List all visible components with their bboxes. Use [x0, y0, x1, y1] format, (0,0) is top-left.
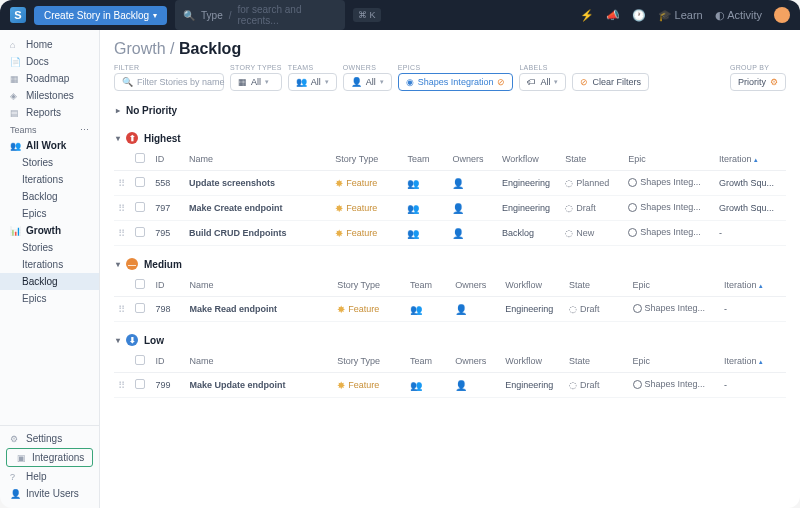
- sidebar-item-settings[interactable]: ⚙Settings: [0, 430, 99, 447]
- cell-epic[interactable]: Shapes Integ...: [628, 227, 701, 237]
- col-workflow[interactable]: Workflow: [501, 350, 565, 373]
- col-state[interactable]: State: [565, 274, 629, 297]
- sidebar-item-milestones[interactable]: ◈Milestones: [0, 87, 99, 104]
- col-team[interactable]: Team: [406, 274, 451, 297]
- col-name[interactable]: Name: [185, 148, 331, 171]
- group-header[interactable]: ▾⬇Low: [114, 330, 786, 350]
- select-all-checkbox[interactable]: [135, 355, 145, 365]
- cell-epic[interactable]: Shapes Integ...: [628, 177, 701, 187]
- select-all-checkbox[interactable]: [135, 153, 145, 163]
- sidebar-item-epics[interactable]: Epics: [0, 205, 99, 222]
- table-row[interactable]: ⠿ 795 Build CRUD Endpoints ✸Feature 👥 👤 …: [114, 221, 786, 246]
- col-epic[interactable]: Epic: [624, 148, 715, 171]
- sidebar-item-help[interactable]: ?Help: [0, 468, 99, 485]
- activity-link[interactable]: ◐ Activity: [715, 9, 762, 22]
- table-row[interactable]: ⠿ 797 Make Create endpoint ✸Feature 👥 👤 …: [114, 196, 786, 221]
- row-checkbox[interactable]: [135, 379, 145, 389]
- col-owners[interactable]: Owners: [451, 350, 501, 373]
- row-checkbox[interactable]: [135, 177, 145, 187]
- sidebar-item-growth[interactable]: 📊Growth: [0, 222, 99, 239]
- filter-owners[interactable]: 👤 All ▾: [343, 73, 392, 91]
- sidebar-item-growth-stories[interactable]: Stories: [0, 239, 99, 256]
- col-epic[interactable]: Epic: [629, 350, 720, 373]
- sidebar-item-integrations[interactable]: ▣Integrations: [7, 449, 92, 466]
- clear-filters-button[interactable]: ⊘ Clear Filters: [572, 73, 649, 91]
- col-id[interactable]: ID: [151, 350, 185, 373]
- group-header[interactable]: ▸No Priority: [114, 101, 786, 120]
- filter-labels[interactable]: 🏷 All ▾: [519, 73, 566, 91]
- drag-handle-icon[interactable]: ⠿: [118, 380, 125, 391]
- group-header[interactable]: ▾—Medium: [114, 254, 786, 274]
- cell-epic[interactable]: Shapes Integ...: [633, 303, 706, 313]
- table-row[interactable]: ⠿ 798 Make Read endpoint ✸Feature 👥 👤 En…: [114, 297, 786, 322]
- col-state[interactable]: State: [565, 350, 629, 373]
- col-workflow[interactable]: Workflow: [501, 274, 565, 297]
- sidebar-item-growth-epics[interactable]: Epics: [0, 290, 99, 307]
- cell-name[interactable]: Make Read endpoint: [186, 297, 334, 322]
- col-id[interactable]: ID: [151, 274, 185, 297]
- more-icon[interactable]: ⋯: [80, 125, 89, 135]
- col-iteration[interactable]: Iteration ▴: [720, 274, 786, 297]
- sidebar-item-roadmap[interactable]: ▦Roadmap: [0, 70, 99, 87]
- sidebar-item-invite[interactable]: 👤Invite Users: [0, 485, 99, 502]
- col-epic[interactable]: Epic: [629, 274, 720, 297]
- col-team[interactable]: Team: [406, 350, 451, 373]
- sidebar-item-all-work[interactable]: 👥All Work: [0, 137, 99, 154]
- col-story-type[interactable]: Story Type: [333, 274, 406, 297]
- sidebar-item-growth-iterations[interactable]: Iterations: [0, 256, 99, 273]
- drag-handle-icon[interactable]: ⠿: [118, 203, 125, 214]
- sidebar-item-docs[interactable]: 📄Docs: [0, 53, 99, 70]
- col-owners[interactable]: Owners: [448, 148, 498, 171]
- filter-teams[interactable]: 👥 All ▾: [288, 73, 337, 91]
- cell-name[interactable]: Build CRUD Endpoints: [185, 221, 331, 246]
- col-id[interactable]: ID: [151, 148, 185, 171]
- create-story-button[interactable]: Create Story in Backlog ▾: [34, 6, 167, 25]
- cell-epic[interactable]: Shapes Integ...: [633, 379, 706, 389]
- chevron-icon[interactable]: ▸: [116, 106, 120, 115]
- filter-story-types[interactable]: ▦ All ▾: [230, 73, 282, 91]
- cell-name[interactable]: Make Create endpoint: [185, 196, 331, 221]
- cell-name[interactable]: Make Update endpoint: [186, 373, 334, 398]
- breadcrumb-parent[interactable]: Growth: [114, 40, 166, 57]
- groupby-select[interactable]: Priority ⚙: [730, 73, 786, 91]
- col-name[interactable]: Name: [186, 274, 334, 297]
- clock-icon[interactable]: 🕐: [632, 9, 646, 22]
- col-iteration[interactable]: Iteration ▴: [715, 148, 786, 171]
- col-name[interactable]: Name: [186, 350, 334, 373]
- megaphone-icon[interactable]: 📣: [606, 9, 620, 22]
- col-team[interactable]: Team: [403, 148, 448, 171]
- learn-link[interactable]: 🎓 Learn: [658, 9, 703, 22]
- user-avatar[interactable]: [774, 7, 790, 23]
- col-workflow[interactable]: Workflow: [498, 148, 561, 171]
- app-logo[interactable]: S: [10, 7, 26, 23]
- sidebar-item-reports[interactable]: ▤Reports: [0, 104, 99, 121]
- chevron-icon[interactable]: ▾: [116, 134, 120, 143]
- sidebar-item-stories[interactable]: Stories: [0, 154, 99, 171]
- drag-handle-icon[interactable]: ⠿: [118, 228, 125, 239]
- sidebar-item-iterations[interactable]: Iterations: [0, 171, 99, 188]
- row-checkbox[interactable]: [135, 303, 145, 313]
- filter-search[interactable]: 🔍Filter Stories by name: [114, 73, 224, 91]
- filter-epics[interactable]: ◉ Shapes Integration ⊘: [398, 73, 514, 91]
- col-owners[interactable]: Owners: [451, 274, 501, 297]
- drag-handle-icon[interactable]: ⠿: [118, 304, 125, 315]
- col-story-type[interactable]: Story Type: [331, 148, 403, 171]
- col-state[interactable]: State: [561, 148, 624, 171]
- global-search[interactable]: 🔍 Type / for search and recents...: [175, 0, 345, 30]
- sidebar-item-growth-backlog[interactable]: Backlog: [0, 273, 99, 290]
- chevron-icon[interactable]: ▾: [116, 336, 120, 345]
- row-checkbox[interactable]: [135, 227, 145, 237]
- col-iteration[interactable]: Iteration ▴: [720, 350, 786, 373]
- select-all-checkbox[interactable]: [135, 279, 145, 289]
- row-checkbox[interactable]: [135, 202, 145, 212]
- sidebar-item-home[interactable]: ⌂Home: [0, 36, 99, 53]
- cell-name[interactable]: Update screenshots: [185, 171, 331, 196]
- sidebar-item-backlog[interactable]: Backlog: [0, 188, 99, 205]
- bolt-icon[interactable]: ⚡: [580, 9, 594, 22]
- drag-handle-icon[interactable]: ⠿: [118, 178, 125, 189]
- col-story-type[interactable]: Story Type: [333, 350, 406, 373]
- cell-epic[interactable]: Shapes Integ...: [628, 202, 701, 212]
- group-header[interactable]: ▾⬆Highest: [114, 128, 786, 148]
- chevron-icon[interactable]: ▾: [116, 260, 120, 269]
- table-row[interactable]: ⠿ 799 Make Update endpoint ✸Feature 👥 👤 …: [114, 373, 786, 398]
